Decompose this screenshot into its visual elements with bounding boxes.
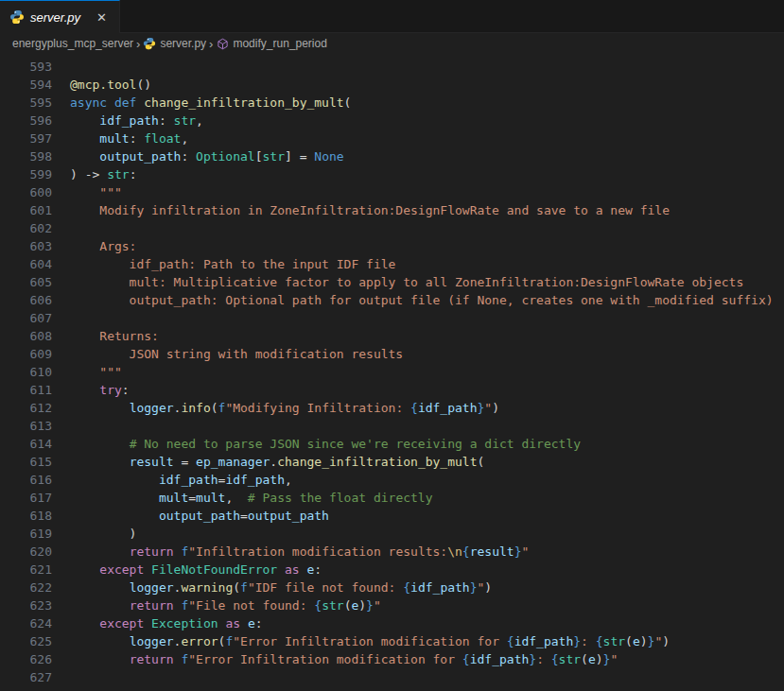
code-line: 620 return f"Infiltration modification r… [0,543,784,561]
code-text: try: [52,381,130,399]
line-number: 594 [0,76,52,94]
code-text: JSON string with modification results [52,345,403,363]
code-text: return f"Error Infiltration modification… [52,650,618,668]
code-text: """ [52,363,122,381]
code-text [52,309,70,327]
code-text: result = ep_manager.change_infiltration_… [52,453,484,471]
code-line: 616 idf_path=idf_path, [0,471,784,489]
code-text: output_path=output_path [52,507,329,525]
code-lines-container: 593594@mcp.tool()595async def change_inf… [0,58,784,686]
code-line: 610 """ [0,363,784,381]
line-number: 603 [0,237,52,255]
line-number: 598 [0,147,52,165]
code-text: logger.info(f"Modifying Infiltration: {i… [52,399,499,417]
line-number: 605 [0,273,52,291]
code-text: output_path: Optional path for output fi… [52,291,774,309]
line-number: 600 [0,183,52,201]
breadcrumb-item-folder[interactable]: energyplus_mcp_server [12,37,133,50]
line-number: 593 [0,58,52,76]
breadcrumb-folder-label: energyplus_mcp_server [12,37,133,50]
code-line: 623 return f"File not found: {str(e)}" [0,596,784,614]
code-line: 619 ) [0,525,784,543]
code-line: 595async def change_infiltration_by_mult… [0,94,784,112]
code-line: 622 logger.warning(f"IDF file not found:… [0,579,784,596]
line-number: 613 [0,417,52,435]
code-text: logger.warning(f"IDF file not found: {id… [52,579,492,596]
python-file-icon [9,9,25,25]
code-text: return f"Infiltration modification resul… [52,543,529,561]
line-number: 625 [0,632,52,650]
line-number: 627 [0,668,52,686]
line-number: 614 [0,435,52,453]
line-number: 622 [0,579,52,596]
code-line: 594@mcp.tool() [0,76,784,94]
tab-server-py[interactable]: server.py ✕ [0,0,120,33]
line-number: 619 [0,525,52,543]
code-line: 626 return f"Error Infiltration modifica… [0,650,784,668]
code-text: Modify infiltration in ZoneInfiltration:… [52,201,670,219]
breadcrumb-symbol-label: modify_run_period [233,37,326,50]
line-number: 604 [0,255,52,273]
code-line: 609 JSON string with modification result… [0,345,784,363]
code-text: idf_path: Path to the input IDF file [52,255,395,273]
method-symbol-icon [216,37,229,50]
code-text: output_path: Optional[str] = None [52,147,344,165]
code-text: @mcp.tool() [52,76,151,94]
line-number: 599 [0,165,52,183]
line-number: 620 [0,543,52,561]
code-line: 604 idf_path: Path to the input IDF file [0,255,784,273]
code-text [52,219,70,237]
code-line: 611 try: [0,381,784,399]
code-text: return f"File not found: {str(e)}" [52,596,381,614]
code-line: 601 Modify infiltration in ZoneInfiltrat… [0,201,784,219]
line-number: 624 [0,614,52,632]
code-line: 614 # No need to parse JSON since we're … [0,435,784,453]
code-text: mult: float, [52,130,188,147]
code-line: 603 Args: [0,237,784,255]
code-text: idf_path=idf_path, [52,471,292,489]
line-number: 606 [0,291,52,309]
code-line: 625 logger.error(f"Error Infiltration mo… [0,632,784,650]
code-text: """ [52,183,122,201]
breadcrumb-file-label: server.py [160,37,206,50]
code-text [52,668,70,686]
breadcrumb: energyplus_mcp_server › server.py › [0,33,784,54]
code-text: ) [52,525,136,543]
code-text [52,58,70,76]
tab-bar-empty-space [120,0,784,32]
line-number: 595 [0,94,52,112]
code-line: 598 output_path: Optional[str] = None [0,147,784,165]
breadcrumb-item-file[interactable]: server.py [143,37,206,50]
code-text: Returns: [52,327,159,345]
code-line: 608 Returns: [0,327,784,345]
code-line: 599) -> str: [0,165,784,183]
code-editor[interactable]: 593594@mcp.tool()595async def change_inf… [0,54,784,691]
code-line: 613 [0,417,784,435]
chevron-right-icon: › [136,38,140,50]
code-text [52,417,70,435]
line-number: 621 [0,561,52,579]
code-text: Args: [52,237,136,255]
breadcrumb-item-symbol[interactable]: modify_run_period [216,37,326,50]
code-text: # No need to parse JSON since we're rece… [52,435,581,453]
line-number: 615 [0,453,52,471]
vscode-window: server.py ✕ energyplus_mcp_server › serv… [0,0,784,691]
tab-bar: server.py ✕ [0,0,784,33]
line-number: 611 [0,381,52,399]
close-icon[interactable]: ✕ [94,9,110,26]
code-text: logger.error(f"Error Infiltration modifi… [52,632,670,650]
code-text: mult=mult, # Pass the float directly [52,489,433,507]
code-line: 596 idf_path: str, [0,112,784,130]
code-line: 602 [0,219,784,237]
code-line: 607 [0,309,784,327]
code-line: 606 output_path: Optional path for outpu… [0,291,784,309]
line-number: 596 [0,112,52,130]
tab-label: server.py [30,10,80,25]
code-line: 621 except FileNotFoundError as e: [0,561,784,579]
code-line: 612 logger.info(f"Modifying Infiltration… [0,399,784,417]
line-number: 616 [0,471,52,489]
code-line: 605 mult: Multiplicative factor to apply… [0,273,784,291]
code-line: 593 [0,58,784,76]
line-number: 597 [0,130,52,147]
line-number: 610 [0,363,52,381]
